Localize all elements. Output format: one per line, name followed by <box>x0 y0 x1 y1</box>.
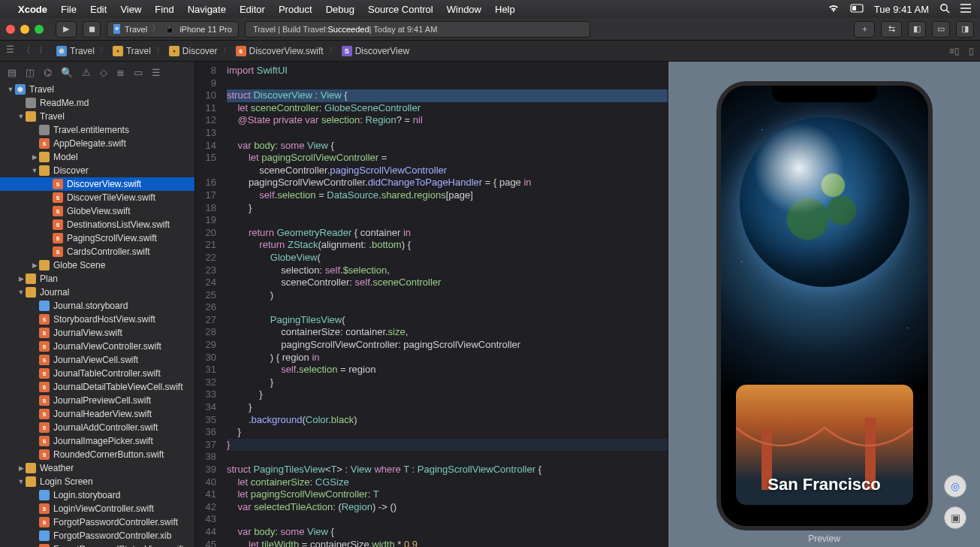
tree-item[interactable]: ▼Login Screen <box>0 475 194 488</box>
folder-icon <box>26 463 36 473</box>
tree-item[interactable]: ▼Journal <box>0 286 194 299</box>
tree-item[interactable]: sCardsController.swift <box>0 245 194 258</box>
symbol-nav-icon[interactable]: ⌬ <box>44 67 52 78</box>
tree-item[interactable]: sForgotPasswordController.swift <box>0 515 194 529</box>
tree-item-label: DestinationsListView.swift <box>67 219 170 230</box>
toggle-inspector[interactable]: ◨ <box>956 21 974 38</box>
tree-item[interactable]: ▶Model <box>0 150 194 164</box>
menu-edit[interactable]: Edit <box>90 4 107 15</box>
tree-root[interactable]: ▼⬢Travel <box>0 83 194 96</box>
tree-item[interactable]: sJournalImagePicker.swift <box>0 434 194 448</box>
menu-find[interactable]: Find <box>155 4 173 15</box>
tree-item[interactable]: sGlobeView.swift <box>0 204 194 218</box>
tree-item-label: DiscoverView.swift <box>67 179 141 189</box>
folder-icon <box>39 260 50 270</box>
inspect-preview-button[interactable]: ▣ <box>944 506 966 529</box>
menu-file[interactable]: File <box>61 4 77 15</box>
debug-nav-icon[interactable]: ≣ <box>116 67 125 78</box>
source-editor[interactable]: 8910111213141516171819202122232425262728… <box>195 62 668 547</box>
tree-item[interactable]: ForgotPasswordController.xib <box>0 529 194 542</box>
menu-window[interactable]: Window <box>447 4 481 15</box>
plain-icon <box>26 98 36 108</box>
tree-item[interactable]: ▼Travel <box>0 110 194 123</box>
test-nav-icon[interactable]: ◇ <box>100 67 107 78</box>
tree-item[interactable]: sJournalView.swift <box>0 326 194 340</box>
scheme-selector[interactable]: ✦ Travel 〉 📱 iPhone 11 Pro <box>107 21 239 38</box>
find-nav-icon[interactable]: 🔍 <box>61 67 73 78</box>
close-window[interactable] <box>6 25 15 34</box>
live-preview-button[interactable]: ◎ <box>944 475 966 497</box>
wifi-icon[interactable] <box>828 4 840 15</box>
issue-nav-icon[interactable]: ⚠ <box>82 67 91 78</box>
menu-product[interactable]: Product <box>279 4 312 15</box>
tree-item[interactable]: sJournalViewController.swift <box>0 340 194 353</box>
code-text[interactable]: import SwiftUI struct DiscoverView : Vie… <box>222 62 668 547</box>
related-items-icon[interactable]: ☰ <box>6 44 14 57</box>
tree-item[interactable]: sRoundedCornerButton.swift <box>0 448 194 461</box>
tree-item[interactable]: sStoryboardHostView.swift <box>0 313 194 326</box>
toggle-navigator[interactable]: ◧ <box>908 21 926 38</box>
tree-item[interactable]: ReadMe.md <box>0 96 194 110</box>
tree-item[interactable]: sForgotPasswordStatusView.swift <box>0 542 194 547</box>
tree-item[interactable]: sPagingScrollView.swift <box>0 231 194 245</box>
menu-navigate[interactable]: Navigate <box>188 4 226 15</box>
tree-item[interactable]: sJournalHeaderView.swift <box>0 407 194 421</box>
tree-item[interactable]: sDestinationsListView.swift <box>0 218 194 231</box>
menu-view[interactable]: View <box>120 4 141 15</box>
editor-tabbar: ☰ 〈 〉 ⬢Travel〉 ▪Travel〉 ▪Discover〉 sDisc… <box>0 41 980 62</box>
assistant-icon[interactable]: ▯ <box>969 46 974 56</box>
tree-item[interactable]: sJounalTableController.swift <box>0 367 194 380</box>
file-tree[interactable]: ▼⬢Travel ReadMe.md▼TravelTravel.entitlem… <box>0 83 194 547</box>
spotlight-icon[interactable] <box>939 3 950 16</box>
tree-item-label: Login Screen <box>40 476 93 487</box>
sb-icon <box>39 301 50 311</box>
report-nav-icon[interactable]: ☰ <box>152 67 161 78</box>
tree-item[interactable]: sDiscoverView.swift <box>0 177 194 191</box>
destination-card[interactable]: San Francisco <box>736 385 913 505</box>
clock[interactable]: Tue 9:41 AM <box>874 4 929 15</box>
source-control-nav-icon[interactable]: ◫ <box>26 67 35 78</box>
breadcrumb[interactable]: ⬢Travel〉 ▪Travel〉 ▪Discover〉 sDiscoverVi… <box>56 44 409 57</box>
minimap-icon[interactable]: ≡▯ <box>949 46 960 56</box>
app-menu[interactable]: Xcode <box>18 4 47 15</box>
library-button[interactable]: ⇆ <box>881 21 902 38</box>
tree-item[interactable]: sLoginViewController.swift <box>0 502 194 515</box>
tree-item-label: JournalPreviewCell.swift <box>53 395 151 406</box>
menu-debug[interactable]: Debug <box>326 4 354 15</box>
tree-item[interactable]: sJournalViewCell.swift <box>0 353 194 367</box>
tree-item-label: JounalTableController.swift <box>53 368 161 379</box>
tree-item[interactable]: sJournalPreviewCell.swift <box>0 394 194 407</box>
tree-item[interactable]: ▶Weather <box>0 461 194 475</box>
toggle-debug[interactable]: ▭ <box>932 21 950 38</box>
tree-item[interactable]: sDiscoverTileView.swift <box>0 191 194 204</box>
tree-item[interactable]: ▶Plan <box>0 272 194 286</box>
breakpoint-nav-icon[interactable]: ▭ <box>134 67 143 78</box>
tree-item[interactable]: ▶Globe Scene <box>0 258 194 272</box>
add-button[interactable]: ＋ <box>854 21 875 38</box>
preview-screen[interactable]: San Francisco <box>721 86 928 526</box>
tree-item[interactable]: sAppDelegate.swift <box>0 137 194 150</box>
tree-item[interactable]: Travel.entitlements <box>0 123 194 137</box>
tree-item[interactable]: Login.storyboard <box>0 488 194 502</box>
run-button[interactable]: ▶ <box>56 21 77 38</box>
menu-source-control[interactable]: Source Control <box>368 4 433 15</box>
list-icon[interactable] <box>960 4 971 15</box>
zoom-window[interactable] <box>35 25 44 34</box>
tree-item[interactable]: sJournalAddController.swift <box>0 421 194 434</box>
tree-item-label: Journal.storyboard <box>53 301 128 311</box>
project-nav-icon[interactable]: ▤ <box>8 67 17 78</box>
line-gutter: 8910111213141516171819202122232425262728… <box>195 62 222 547</box>
folder-icon: ▪ <box>113 46 123 56</box>
swift-icon: s <box>39 449 50 460</box>
forward-button[interactable]: 〉 <box>38 44 47 57</box>
minimize-window[interactable] <box>20 25 29 34</box>
back-button[interactable]: 〈 <box>22 44 31 57</box>
menu-help[interactable]: Help <box>495 4 515 15</box>
tree-item[interactable]: sJournalDetailTableViewCell.swift <box>0 380 194 394</box>
tree-item-label: ReadMe.md <box>40 98 89 108</box>
control-center-icon[interactable] <box>850 4 864 15</box>
menu-editor[interactable]: Editor <box>240 4 265 15</box>
stop-button[interactable]: ◼ <box>83 21 101 38</box>
tree-item[interactable]: Journal.storyboard <box>0 299 194 313</box>
tree-item[interactable]: ▼Discover <box>0 164 194 177</box>
